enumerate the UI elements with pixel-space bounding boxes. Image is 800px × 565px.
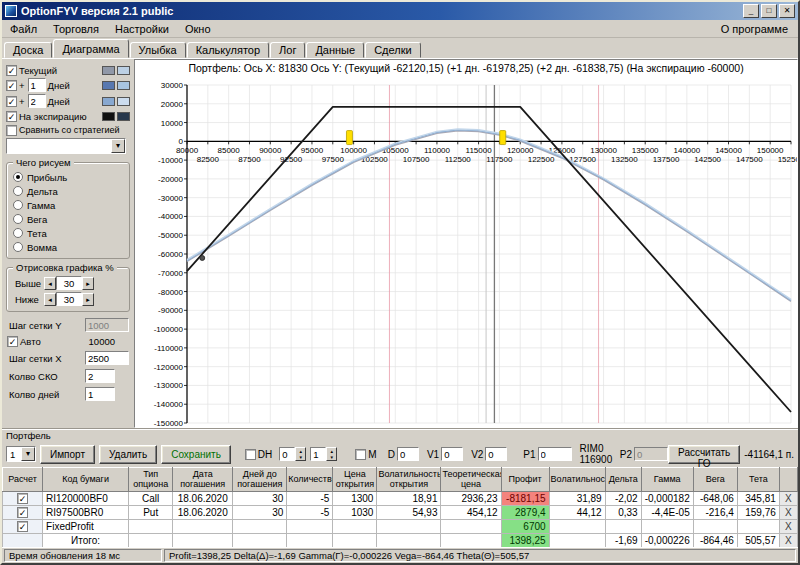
col-close[interactable] [779, 468, 797, 492]
tab-calculator[interactable]: Калькулятор [187, 42, 269, 58]
plus1-checkbox[interactable] [6, 80, 17, 91]
import-button[interactable]: Импорт [40, 445, 95, 464]
radio-icon[interactable] [13, 228, 23, 238]
plus2-color-swatch-2[interactable] [117, 97, 130, 106]
radio-icon[interactable] [13, 172, 23, 182]
expiration-color-swatch-2[interactable] [117, 112, 130, 121]
maximize-button[interactable]: □ [761, 4, 777, 18]
dh-spinner-1[interactable]: ▴▾ [279, 447, 306, 461]
below-value-input[interactable] [56, 292, 82, 306]
row-calc-cell[interactable] [3, 505, 43, 519]
tab-board[interactable]: Доска [4, 42, 52, 58]
dh-spinner-2[interactable]: ▴▾ [310, 447, 337, 461]
v2-input[interactable] [485, 447, 507, 461]
col-open-volatility[interactable]: Волатильность открытия [377, 468, 441, 492]
below-increase-button[interactable]: ▸ [82, 293, 94, 306]
minimize-button[interactable]: _ [743, 4, 759, 18]
row-delete-button[interactable]: X [779, 505, 797, 519]
col-open-price[interactable]: Цена открытия [333, 468, 377, 492]
row-delete-button[interactable]: X [779, 533, 797, 547]
tab-data[interactable]: Данные [306, 42, 364, 58]
spinner-arrows-icon[interactable]: ▴▾ [295, 447, 306, 461]
radio-theta[interactable]: Тета [13, 227, 123, 239]
auto-checkbox[interactable] [7, 336, 18, 347]
plus1-color-swatch-2[interactable] [117, 81, 130, 90]
dh-spinner-2-input[interactable] [310, 447, 326, 461]
expiration-checkbox[interactable] [6, 111, 17, 122]
tab-diagram[interactable]: Диаграмма [53, 39, 128, 58]
save-button[interactable]: Сохранить [161, 445, 231, 464]
col-theta[interactable]: Тета [737, 468, 779, 492]
dh-checkbox[interactable] [245, 449, 256, 460]
chevron-down-icon[interactable]: ▾ [21, 447, 35, 461]
d-input[interactable] [397, 447, 419, 461]
tab-deals[interactable]: Сделки [365, 42, 421, 58]
days-count-input[interactable] [85, 387, 115, 401]
strategy-select[interactable]: ▾ [6, 138, 126, 154]
row-calc-cell[interactable] [3, 533, 43, 547]
menu-about[interactable]: О программе [711, 22, 798, 36]
col-quantity[interactable]: Количество [287, 468, 333, 492]
radio-vomma[interactable]: Вомма [13, 241, 123, 253]
menu-trading[interactable]: Торговля [45, 22, 107, 36]
close-button[interactable]: ✕ [779, 4, 795, 18]
row-calc-cell[interactable] [3, 491, 43, 505]
dh-spinner-1-input[interactable] [279, 447, 295, 461]
portfolio-number-select[interactable]: 1 ▾ [6, 446, 36, 462]
col-theoretical-price[interactable]: Теоретическая цена [441, 468, 501, 492]
radio-delta[interactable]: Дельта [13, 185, 123, 197]
above-decrease-button[interactable]: ◂ [44, 277, 56, 290]
plus2-checkbox[interactable] [6, 96, 17, 107]
row-checkbox[interactable] [17, 493, 28, 504]
plus1-days-input[interactable] [28, 78, 46, 92]
radio-icon[interactable] [13, 242, 23, 252]
radio-gamma[interactable]: Гамма [13, 199, 123, 211]
row-checkbox[interactable] [17, 521, 28, 532]
row-calc-cell[interactable] [3, 519, 43, 533]
menu-settings[interactable]: Настройки [107, 22, 177, 36]
col-delta[interactable]: Дельта [605, 468, 641, 492]
radio-profit[interactable]: Прибыль [13, 171, 123, 183]
expiration-color-swatch-1[interactable] [102, 112, 115, 121]
current-color-swatch-2[interactable] [117, 66, 130, 75]
chevron-down-icon[interactable]: ▾ [111, 139, 125, 153]
plus1-color-swatch-1[interactable] [102, 81, 115, 90]
row-delete-button[interactable]: X [779, 519, 797, 533]
tab-log[interactable]: Лог [270, 42, 305, 58]
current-color-swatch-1[interactable] [102, 66, 115, 75]
col-volatility[interactable]: Волатильность [549, 468, 605, 492]
menu-window[interactable]: Окно [177, 22, 219, 36]
calc-margin-button[interactable]: Рассчитать ГО [668, 445, 740, 464]
col-days-to-maturity[interactable]: Дней до погашения [233, 468, 287, 492]
radio-icon[interactable] [13, 200, 23, 210]
radio-icon[interactable] [13, 186, 23, 196]
row-delete-button[interactable]: X [779, 491, 797, 505]
grid-x-input[interactable] [85, 351, 129, 365]
payoff-chart[interactable]: 3000020000100000-10000-20000-30000-40000… [135, 75, 797, 427]
col-option-type[interactable]: Тип опциона [129, 468, 173, 492]
sko-count-input[interactable] [85, 369, 115, 383]
col-gamma[interactable]: Гамма [641, 468, 693, 492]
col-maturity-date[interactable]: Дата погашения [173, 468, 233, 492]
col-code[interactable]: Код бумаги [43, 468, 129, 492]
col-profit[interactable]: Профит [501, 468, 549, 492]
below-decrease-button[interactable]: ◂ [44, 293, 56, 306]
delete-button[interactable]: Удалить [99, 445, 157, 464]
radio-vega[interactable]: Вега [13, 213, 123, 225]
current-checkbox[interactable] [6, 65, 17, 76]
above-value-input[interactable] [56, 276, 82, 290]
radio-icon[interactable] [13, 214, 23, 224]
plus2-days-input[interactable] [28, 94, 46, 108]
v1-input[interactable] [441, 447, 463, 461]
tab-smile[interactable]: Улыбка [130, 42, 186, 58]
compare-strategy-checkbox[interactable] [6, 125, 17, 136]
col-vega[interactable]: Вега [693, 468, 737, 492]
p1-input[interactable] [538, 447, 572, 461]
col-calc[interactable]: Расчет [3, 468, 43, 492]
above-increase-button[interactable]: ▸ [82, 277, 94, 290]
m-checkbox[interactable] [355, 449, 366, 460]
menu-file[interactable]: Файл [2, 22, 45, 36]
row-checkbox[interactable] [17, 507, 28, 518]
plus2-color-swatch-1[interactable] [102, 97, 115, 106]
spinner-arrows-icon[interactable]: ▴▾ [326, 447, 337, 461]
